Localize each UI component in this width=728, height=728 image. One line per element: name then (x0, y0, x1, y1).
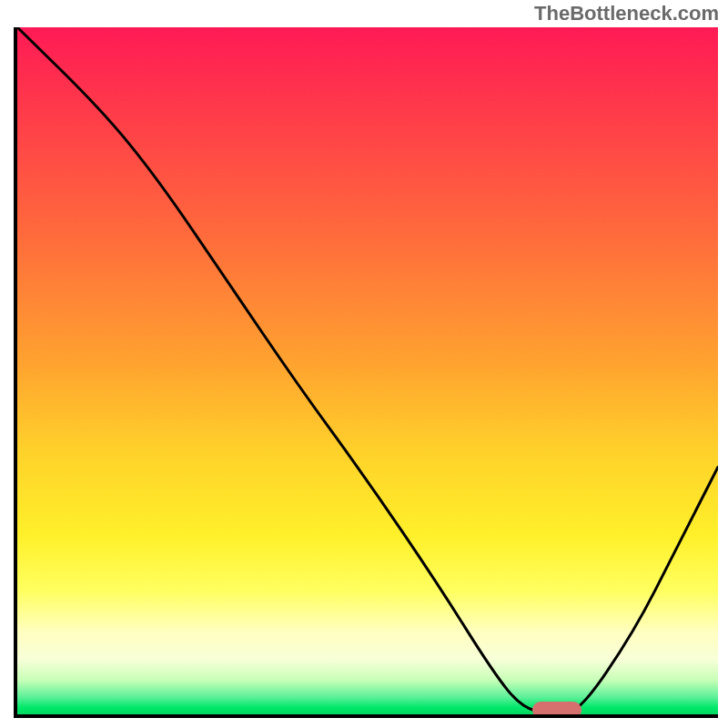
optimal-marker (532, 702, 581, 718)
chart-frame: TheBottleneck.com (0, 0, 728, 728)
watermark-text: TheBottleneck.com (534, 2, 719, 25)
plot-area (14, 27, 718, 718)
bottleneck-curve (17, 27, 718, 714)
